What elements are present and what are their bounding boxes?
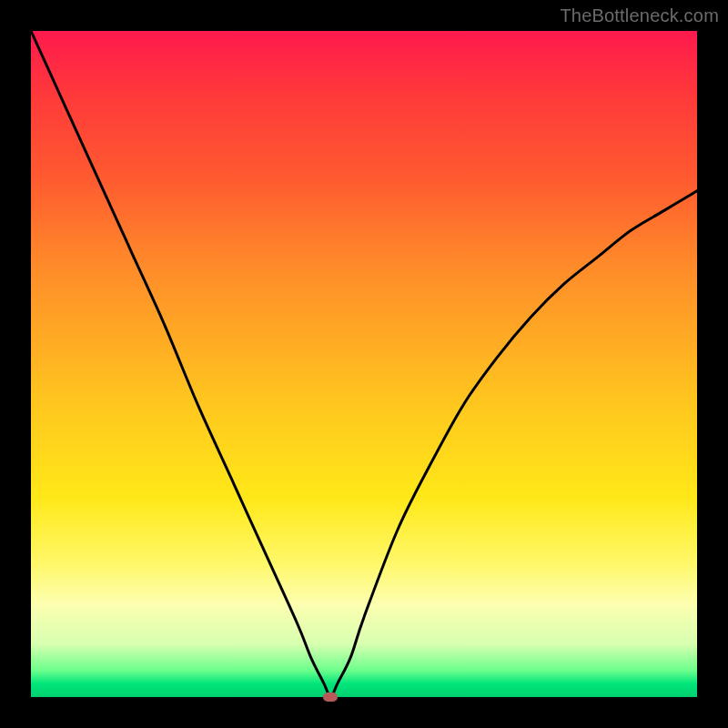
watermark-text: TheBottleneck.com: [560, 5, 719, 26]
bottleneck-curve: [31, 31, 697, 697]
optimum-marker: [323, 693, 338, 702]
chart-frame: TheBottleneck.com: [0, 0, 728, 728]
plot-area: [31, 31, 697, 697]
